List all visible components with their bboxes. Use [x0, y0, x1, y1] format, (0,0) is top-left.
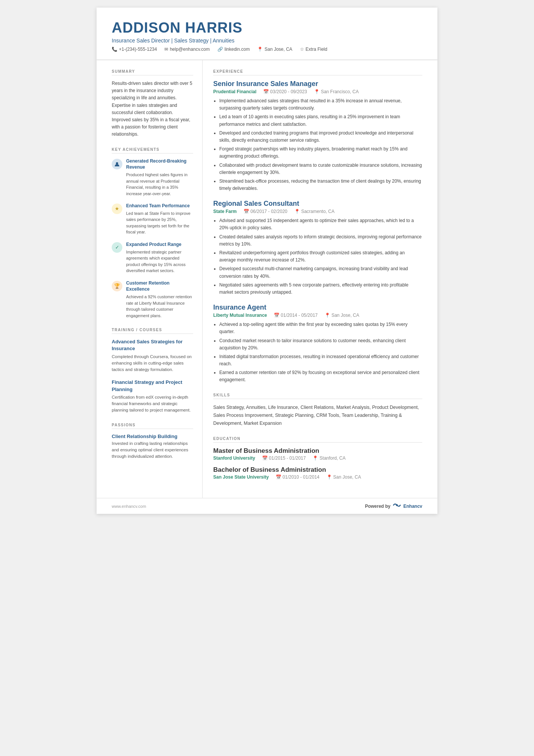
passions-label: PASSIONS [112, 423, 193, 429]
job-meta: Prudential Financial 📅 03/2020 - 09/2023… [213, 89, 422, 94]
footer: www.enhancv.com Powered by Enhancv [97, 498, 437, 514]
bullet-item: Created detailed sales analysis reports … [219, 233, 422, 248]
body-columns: SUMMARY Results-driven sales director wi… [97, 60, 437, 498]
header-section: ADDISON HARRIS Insurance Sales Director … [97, 8, 437, 60]
bullet-item: Conducted market research to tailor insu… [219, 337, 422, 352]
skills-text: Sales Strategy, Annuities, Life Insuranc… [213, 404, 422, 428]
achievement-title: Expanded Product Range [126, 241, 193, 248]
bullet-item: Earned a customer retention rate of 92% … [219, 369, 422, 383]
edu-degree: Master of Business Administration [213, 447, 422, 455]
achievement-content: Expanded Product Range Implemented strat… [126, 241, 193, 274]
edu-meta: San Jose State University 📅 01/2010 - 01… [213, 474, 422, 480]
brand-name: Enhancv [403, 504, 422, 509]
training-desc: Certification from edX covering in-depth… [112, 394, 193, 414]
training-desc: Completed through Coursera, focused on e… [112, 354, 193, 373]
achievement-title: Customer Retention Excellence [126, 280, 193, 293]
bullet-item: Revitalized underperforming agent portfo… [219, 249, 422, 264]
bullet-item: Implemented advanced sales strategies th… [219, 97, 422, 112]
bullet-item: Achieved a top-selling agent title withi… [219, 321, 422, 335]
contact-location: 📍 San Jose, CA [257, 47, 292, 52]
bullet-item: Advised and supported 15 independent age… [219, 217, 422, 232]
job-location: 📍 San Jose, CA [325, 313, 359, 318]
bullet-item: Developed and conducted training program… [219, 130, 422, 144]
job-company: State Farm [213, 209, 237, 214]
contact-email: ✉ help@enhancv.com [164, 47, 209, 52]
achievement-title: Enhanced Team Performance [126, 203, 193, 209]
powered-by-text: Powered by [365, 504, 390, 509]
right-column: EXPERIENCE Senior Insurance Sales Manage… [203, 60, 437, 498]
training-item: Financial Strategy and Project Planning … [112, 379, 193, 413]
achievement-item: ✓ Expanded Product Range Implemented str… [112, 241, 193, 274]
achievement-desc: Achieved a 92% customer retention rate a… [126, 294, 193, 319]
job-title: Insurance Agent [213, 304, 422, 311]
job-bullets: Achieved a top-selling agent title withi… [219, 321, 422, 384]
skills-label: SKILLS [213, 393, 422, 399]
job-location: 📍 Sacramento, CA [294, 209, 334, 214]
education-label: EDUCATION [213, 437, 422, 443]
contact-phone: 📞 +1-(234)-555-1234 [112, 47, 157, 52]
bullet-item: Collaborated with product development te… [219, 162, 422, 176]
job-company: Prudential Financial [213, 89, 256, 94]
contact-line: 📞 +1-(234)-555-1234 ✉ help@enhancv.com 🔗… [112, 47, 422, 52]
edu-date: 📅 01/2010 - 01/2014 [276, 474, 320, 480]
edu-meta: Stanford University 📅 01/2015 - 01/2017 … [213, 455, 422, 461]
job-location: 📍 San Francisco, CA [314, 89, 359, 94]
achievement-desc: Produced highest sales figures in annual… [126, 172, 193, 197]
enhancv-logo: Powered by Enhancv [365, 502, 422, 510]
job-title: Regional Sales Consultant [213, 200, 422, 208]
passion-desc: Invested in crafting lasting relationshi… [112, 440, 193, 460]
training-label: TRAINING / COURSES [112, 328, 193, 334]
job-item: Regional Sales Consultant State Farm 📅 0… [213, 200, 422, 296]
summary-label: SUMMARY [112, 69, 193, 75]
achievement-item: ★ Enhanced Team Performance Led team at … [112, 203, 193, 235]
bullet-item: Streamlined back-office processes, reduc… [219, 178, 422, 192]
edu-item: Master of Business Administration Stanfo… [213, 447, 422, 461]
training-title: Advanced Sales Strategies for Insurance [112, 338, 193, 352]
edu-school: Stanford University [213, 455, 255, 461]
job-item: Insurance Agent Liberty Mutual Insurance… [213, 304, 422, 384]
candidate-title: Insurance Sales Director | Sales Strateg… [112, 38, 422, 44]
phone-icon: 📞 [112, 47, 117, 52]
passion-title: Client Relationship Building [112, 434, 193, 439]
edu-date: 📅 01/2015 - 01/2017 [262, 455, 306, 461]
location-icon: 📍 [257, 47, 263, 52]
experience-label: EXPERIENCE [213, 69, 422, 75]
job-title: Senior Insurance Sales Manager [213, 80, 422, 88]
job-bullets: Implemented advanced sales strategies th… [219, 97, 422, 192]
left-column: SUMMARY Results-driven sales director wi… [97, 60, 203, 498]
training-title: Financial Strategy and Project Planning [112, 379, 193, 393]
email-icon: ✉ [164, 47, 168, 52]
job-item: Senior Insurance Sales Manager Prudentia… [213, 80, 422, 192]
achievement-content: Customer Retention Excellence Achieved a… [126, 280, 193, 319]
achievement-icon-product: ✓ [112, 242, 122, 253]
link-icon: 🔗 [217, 47, 223, 52]
achievements-section: KEY ACHIEVEMENTS Generated Record-Breaki… [112, 147, 193, 319]
summary-section: SUMMARY Results-driven sales director wi… [112, 69, 193, 138]
achievement-icon-revenue [112, 159, 122, 169]
candidate-name: ADDISON HARRIS [112, 20, 422, 36]
job-meta: State Farm 📅 06/2017 - 02/2020 📍 Sacrame… [213, 209, 422, 214]
star-icon: ☆ [300, 47, 304, 52]
bullet-item: Led a team of 10 agents in executing sal… [219, 113, 422, 128]
bullet-item: Forged strategic partnerships with key i… [219, 146, 422, 160]
job-date: 📅 01/2014 - 05/2017 [274, 313, 318, 318]
job-company: Liberty Mutual Insurance [213, 313, 267, 318]
achievement-desc: Led team at State Farm to improve sales … [126, 210, 193, 235]
edu-location: 📍 San Jose, CA [326, 474, 361, 480]
achievement-item: 🏆 Customer Retention Excellence Achieved… [112, 280, 193, 319]
achievement-title: Generated Record-Breaking Revenue [126, 158, 193, 171]
svg-point-1 [396, 504, 398, 506]
achievements-label: KEY ACHIEVEMENTS [112, 147, 193, 153]
contact-linkedin: 🔗 linkedin.com [217, 47, 250, 52]
job-date: 📅 03/2020 - 09/2023 [263, 89, 307, 94]
achievement-content: Enhanced Team Performance Led team at St… [126, 203, 193, 235]
passions-section: PASSIONS Client Relationship Building In… [112, 423, 193, 460]
passion-item: Client Relationship Building Invested in… [112, 434, 193, 460]
bullet-item: Initiated digital transformation process… [219, 353, 422, 368]
resume-page: ADDISON HARRIS Insurance Sales Director … [97, 8, 437, 514]
achievement-desc: Implemented strategic partner agreements… [126, 249, 193, 274]
job-date: 📅 06/2017 - 02/2020 [244, 209, 287, 214]
achievement-icon-team: ★ [112, 203, 122, 214]
training-item: Advanced Sales Strategies for Insurance … [112, 338, 193, 373]
contact-extra: ☆ Extra Field [300, 47, 327, 52]
